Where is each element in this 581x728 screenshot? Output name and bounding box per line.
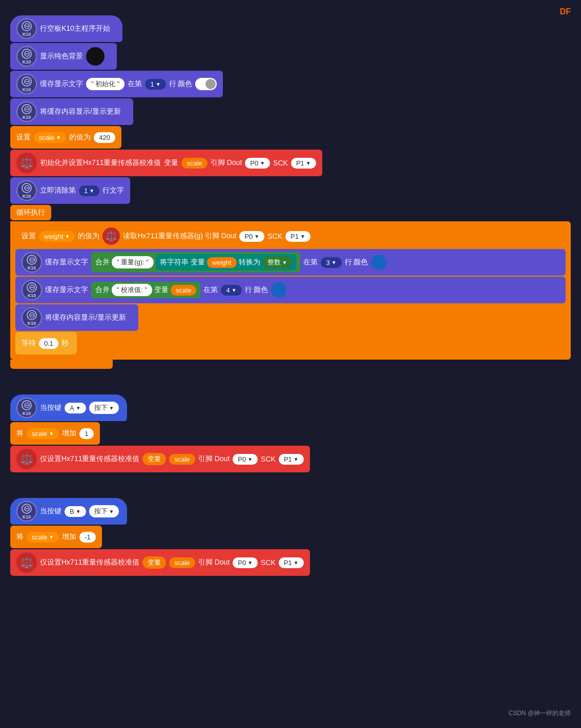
scale-dropdown-2[interactable]: scale ▼ (27, 428, 59, 439)
k10-badge-1: K10 (16, 18, 37, 39)
k10-badge-6: K10 (22, 252, 42, 273)
k10-badge-8: K10 (22, 307, 42, 328)
section-gap-2 (10, 472, 571, 498)
combine-block-1: 合并 " 重量(g): " 将字符串 变量 weight 转换为 整数 ▼ (91, 252, 300, 273)
to-string-label: 将字符串 (160, 258, 189, 267)
at-row-3: 在第 (203, 285, 218, 295)
row-color-text: 行 颜色 (169, 79, 193, 89)
var-label-2: 变量 (191, 258, 205, 267)
cache-weight-block: K10 缓存显示文字 合并 " 重量(g): " 将字符串 变量 weight … (15, 249, 566, 276)
scale-icon-2: ⚖️ (102, 227, 120, 245)
var-label-1: 变量 (164, 158, 178, 168)
k10-icon-4 (22, 104, 32, 114)
scale-icon-4: ⚖️ (16, 552, 37, 573)
row-dropdown-1[interactable]: 1 ▼ (145, 79, 165, 90)
merge-label-2: 合并 (95, 285, 110, 295)
btn-b-dropdown[interactable]: B ▼ (65, 506, 86, 517)
wait-label: 等待 (22, 339, 36, 348)
p0-dropdown-1[interactable]: P0 ▼ (245, 158, 270, 169)
black-circle (86, 47, 105, 66)
add-scale-block: 将 scale ▼ 增加 1 (10, 422, 100, 445)
combine-block-2: 合并 " 校准值: " 变量 scale (91, 282, 200, 298)
scale-pill-4: scale (169, 557, 195, 568)
row-dropdown-2[interactable]: 1 ▼ (79, 185, 99, 196)
wait-val-pill: 0.1 (39, 338, 58, 349)
set-scale-block: 设置 scale ▼ 的值为 420 (10, 126, 121, 149)
clear-row-block: K10 立即清除第 1 ▼ 行文字 (10, 177, 130, 204)
set-hx711-a-block: ⚖️ 仅设置Hx711重量传感器校准值 变量 scale 引脚 Dout P0 … (10, 446, 310, 472)
p1-dropdown-2[interactable]: P1 ▼ (285, 231, 310, 242)
scale-value-pill: 420 (94, 132, 115, 143)
sck-label-4: SCK (261, 558, 276, 567)
k10-badge-2: K10 (16, 46, 37, 67)
set-hx711-text-1: 仅设置Hx711重量传感器校准值 (40, 454, 139, 464)
init-hx711-text: 初始化并设置Hx711重量传感器校准值 (40, 158, 161, 168)
press-dropdown-a[interactable]: 按下 ▼ (89, 402, 119, 414)
weight-pill-1: weight (207, 257, 237, 268)
color-blue-2 (271, 282, 286, 298)
scale-icon-1: ⚖️ (16, 153, 37, 173)
sck-label-3: SCK (261, 455, 276, 463)
cache-text-label-2: 缓存显示文字 (45, 258, 88, 267)
weight-dropdown[interactable]: weight ▼ (39, 231, 75, 242)
sck-label-1: SCK (273, 159, 288, 167)
btn-a-label: 当按键 (40, 403, 61, 412)
set-label-w: 设置 (22, 232, 36, 241)
scale-pill-3: scale (169, 454, 195, 465)
p1-dropdown-1[interactable]: P1 ▼ (291, 158, 316, 169)
btn-b-label: 当按键 (40, 507, 61, 516)
btn-a-dropdown[interactable]: A ▼ (65, 403, 86, 413)
loop-header-block: 循环执行 (10, 205, 51, 220)
k10-icon-6 (27, 255, 37, 265)
blocks-container: K10 行空板K10主程序开始 K10 显示纯色背景 K10 缓存显示文字 " … (10, 10, 571, 576)
update-display-text: 将缓存内容显示/显示更新 (40, 107, 121, 116)
csdn-label: CSDN @神一样的老师 (508, 709, 571, 718)
pin-dout-1: 引脚 Dout (211, 158, 242, 168)
color-toggle[interactable] (195, 78, 217, 90)
add-val-1: 1 (79, 428, 93, 439)
update-display-2: 将缓存内容显示/显示更新 (45, 313, 126, 322)
pin-dout-3: 引脚 Dout (198, 558, 230, 567)
row-color-2: 行 颜色 (345, 258, 368, 267)
p1-dropdown-4[interactable]: P1 ▼ (279, 557, 304, 568)
at-row-2: 在第 (303, 258, 318, 267)
value-label-w: 的值为 (78, 232, 99, 241)
loop-bottom-cap (10, 360, 113, 369)
p0-dropdown-3[interactable]: P0 ▼ (233, 454, 258, 465)
p1-dropdown-3[interactable]: P1 ▼ (279, 454, 304, 465)
row4-dropdown[interactable]: 4 ▼ (221, 285, 241, 296)
sec-label: 秒 (61, 339, 69, 348)
scale-dropdown-1[interactable]: scale ▼ (34, 132, 66, 143)
k10-badge-10: K10 (16, 501, 37, 522)
scale-pill-2: scale (171, 285, 196, 296)
add-text-2: 增加 (62, 532, 76, 542)
cache-text-label: 缓存显示文字 (40, 79, 83, 89)
add-text-1: 增加 (62, 429, 76, 438)
k10-badge-4: K10 (16, 101, 37, 122)
merge-label: 合并 (95, 258, 110, 267)
cache-scale-block: K10 缓存显示文字 合并 " 校准值: " 变量 scale 在第 4 ▼ 行… (15, 277, 566, 303)
press-dropdown-b[interactable]: 按下 ▼ (89, 505, 119, 517)
k10-icon-9 (22, 400, 32, 410)
btn-a-block: K10 当按键 A ▼ 按下 ▼ (10, 394, 127, 421)
row3-dropdown[interactable]: 3 ▼ (321, 257, 341, 268)
df-logo: DF (560, 7, 571, 16)
k10-icon-7 (27, 282, 37, 293)
p0-dropdown-2[interactable]: P0 ▼ (239, 231, 264, 242)
k10-icon-5 (22, 183, 32, 193)
integer-dropdown[interactable]: 整数 ▼ (262, 256, 293, 268)
main-start-text: 行空板K10主程序开始 (40, 24, 110, 33)
wait-block: 等待 0.1 秒 (15, 332, 77, 355)
cal-str-pill: " 校准值: " (112, 284, 152, 296)
clear-row-text: 立即清除第 (40, 186, 76, 195)
update-display-loop-block: K10 将缓存内容显示/显示更新 (15, 304, 138, 331)
scale-dropdown-3[interactable]: scale ▼ (27, 532, 59, 543)
var-label-3: 变量 (154, 285, 169, 295)
loop-wrapper: 循环执行 设置 weight ▼ 的值为 ⚖️ 读取Hx711重量传感器(g) … (10, 205, 571, 369)
p0-dropdown-4[interactable]: P0 ▼ (233, 557, 258, 568)
color-blue-1 (371, 255, 386, 270)
cache-text-block: K10 缓存显示文字 " 初始化 " 在第 1 ▼ 行 颜色 (10, 71, 223, 97)
init-hx711-block: ⚖️ 初始化并设置Hx711重量传感器校准值 变量 scale 引脚 Dout … (10, 150, 322, 176)
sck-label-2: SCK (267, 232, 282, 240)
k10-badge-3: K10 (16, 74, 37, 94)
